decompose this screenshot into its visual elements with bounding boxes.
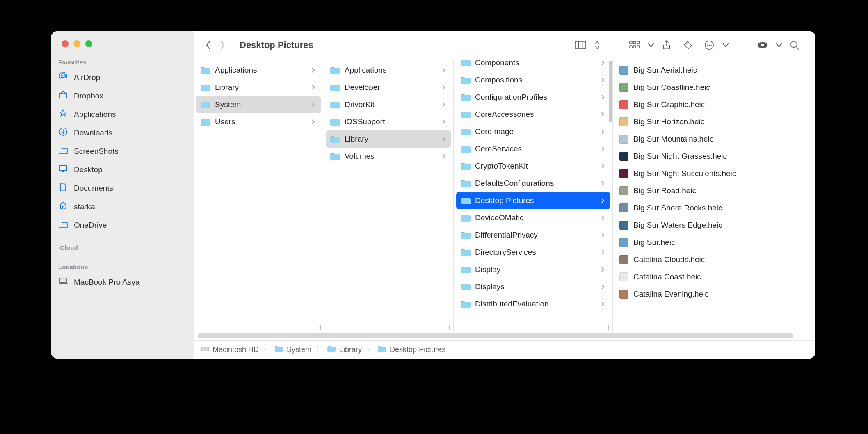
folder-item[interactable]: DeviceOMatic: [456, 209, 610, 226]
file-item[interactable]: Big Sur Waters Edge.heic: [615, 217, 813, 234]
file-label: Big Sur.heic: [633, 238, 675, 247]
folder-item[interactable]: Users: [196, 113, 321, 130]
share-button[interactable]: [657, 38, 676, 53]
sidebar-item-label: Dropbox: [74, 91, 103, 101]
folder-item[interactable]: Library: [326, 130, 451, 148]
file-thumbnail: [619, 152, 628, 161]
folder-label: Components: [475, 59, 519, 67]
sidebar-item-label: OneDrive: [74, 221, 107, 230]
airdrop-icon: [58, 72, 68, 83]
folder-item[interactable]: Applications: [326, 62, 451, 79]
breadcrumb-item[interactable]: Macintosh HD: [201, 345, 259, 354]
svg-rect-6: [60, 278, 67, 283]
file-item[interactable]: Big Sur Aerial.heic: [615, 62, 813, 79]
folder-item[interactable]: DifferentialPrivacy: [456, 226, 610, 244]
chevron-right-icon: [310, 85, 316, 90]
sidebar-item-desktop[interactable]: Desktop: [51, 160, 194, 179]
folder-item[interactable]: ConfigurationProfiles: [456, 89, 610, 106]
chevron-right-icon: [441, 67, 446, 73]
folder-item[interactable]: DistributedEvaluation: [456, 295, 610, 313]
folder-item[interactable]: Library: [196, 79, 321, 96]
file-item[interactable]: Catalina Clouds.heic: [615, 251, 813, 268]
sidebar-item-applications[interactable]: Applications: [51, 105, 194, 123]
close-window-button[interactable]: [62, 40, 69, 47]
breadcrumb-item[interactable]: System: [274, 345, 311, 354]
horizontal-scrollbar[interactable]: [198, 332, 811, 340]
view-stepper[interactable]: [571, 38, 601, 53]
sidebar-item-downloads[interactable]: Downloads: [51, 123, 194, 142]
folder-item[interactable]: Desktop Pictures: [456, 192, 610, 209]
actions-button[interactable]: [700, 38, 729, 53]
folder-item[interactable]: System: [196, 96, 321, 113]
sidebar-item-macbook-pro-asya[interactable]: MacBook Pro Asya: [51, 273, 194, 291]
folder-item[interactable]: Components: [456, 59, 610, 71]
file-item[interactable]: Big Sur Horizon.heic: [615, 113, 813, 130]
tags-button[interactable]: [678, 38, 697, 53]
folder-item[interactable]: iOSSupport: [326, 113, 451, 130]
folder-item[interactable]: Display: [456, 261, 610, 278]
vertical-scrollbar[interactable]: [609, 61, 612, 122]
folder-item[interactable]: DirectoryServices: [456, 244, 610, 261]
folder-item[interactable]: DriverKit: [326, 96, 451, 113]
folder-item[interactable]: CryptoTokenKit: [456, 158, 610, 175]
file-item[interactable]: Big Sur Graphic.heic: [615, 96, 813, 113]
search-button[interactable]: [785, 38, 804, 53]
folder-label: Applications: [215, 66, 257, 75]
folder-item[interactable]: Displays: [456, 278, 610, 295]
folder-icon: [460, 93, 471, 102]
column-resize-handle[interactable]: ||: [318, 324, 322, 330]
svg-rect-33: [330, 137, 340, 143]
folder-label: DriverKit: [345, 100, 375, 109]
folder-item[interactable]: CoreImage: [456, 123, 610, 140]
folder-icon: [330, 100, 340, 109]
folder-item[interactable]: CoreServices: [456, 140, 610, 158]
forward-button[interactable]: [217, 39, 228, 52]
minimize-window-button[interactable]: [73, 40, 80, 47]
chevron-right-icon: [600, 163, 605, 169]
file-label: Catalina Coast.heic: [633, 272, 701, 281]
group-by-button[interactable]: [625, 38, 655, 53]
eye-icon: [753, 38, 772, 53]
file-item[interactable]: Catalina Evening.heic: [615, 286, 813, 303]
svg-rect-1: [59, 93, 67, 98]
path-bar: Macintosh HD 〉 System 〉 Library 〉 Deskto…: [194, 340, 815, 359]
folder-item[interactable]: DefaultsConfigurations: [456, 175, 610, 192]
sidebar-item-onedrive[interactable]: OneDrive: [51, 216, 194, 234]
file-item[interactable]: Big Sur Coastline.heic: [615, 79, 813, 96]
back-button[interactable]: [203, 39, 214, 52]
file-item[interactable]: Big Sur Night Grasses.heic: [615, 148, 813, 165]
sidebar-item-label: Downloads: [74, 128, 112, 137]
folder-label: Applications: [345, 66, 386, 75]
sidebar-item-airdrop[interactable]: AirDrop: [51, 68, 194, 87]
folder-item[interactable]: CoreAccessories: [456, 106, 610, 123]
svg-rect-44: [461, 215, 471, 222]
sidebar-item-screenshots[interactable]: ScreenShots: [51, 142, 194, 160]
folder-item[interactable]: Compositions: [456, 71, 610, 89]
folder-item[interactable]: Volumes: [326, 148, 451, 165]
file-item[interactable]: Big Sur Mountains.heic: [615, 130, 813, 148]
folder-label: DeviceOMatic: [475, 213, 523, 222]
sidebar-item-documents[interactable]: Documents: [51, 179, 194, 197]
breadcrumb-item[interactable]: Desktop Pictures: [377, 345, 445, 354]
file-item[interactable]: Big Sur.heic: [615, 234, 813, 251]
file-item[interactable]: Catalina Coast.heic: [615, 268, 813, 286]
sidebar-item-label: ScreenShots: [74, 147, 119, 156]
grid-icon: [625, 38, 644, 53]
column-resize-handle[interactable]: ||: [608, 324, 611, 330]
chevron-right-icon: [600, 180, 605, 186]
breadcrumb-item[interactable]: Library: [327, 345, 362, 354]
home-icon: [58, 201, 68, 212]
column-resize-handle[interactable]: ||: [449, 324, 452, 330]
sidebar-item-dropbox[interactable]: Dropbox: [51, 87, 194, 105]
sidebar-item-starka[interactable]: starka: [51, 197, 194, 216]
folder-icon: [330, 152, 340, 161]
folder-item[interactable]: Applications: [196, 62, 321, 79]
sidebar-item-label: starka: [74, 202, 95, 211]
file-item[interactable]: Big Sur Night Succulents.heic: [615, 165, 813, 182]
folder-item[interactable]: Developer: [326, 79, 451, 96]
file-item[interactable]: Big Sur Shore Rocks.heic: [615, 199, 813, 217]
zoom-window-button[interactable]: [85, 40, 92, 47]
file-item[interactable]: Big Sur Road.heic: [615, 182, 813, 199]
folder-label: CoreAccessories: [475, 110, 534, 119]
preview-button[interactable]: [753, 38, 783, 53]
